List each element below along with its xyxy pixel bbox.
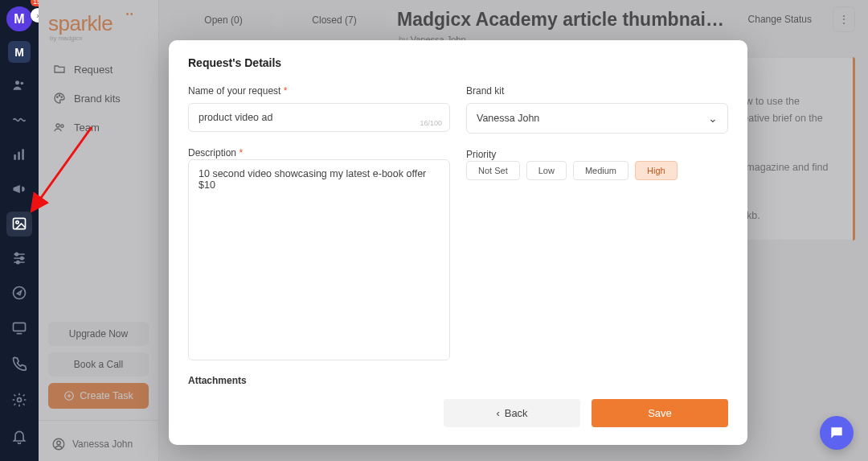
rail-compass-icon[interactable] [6,281,32,306]
image-icon [11,216,27,232]
megaphone-icon [11,181,27,197]
brandkit-select[interactable]: Vanessa John ⌄ [466,103,728,134]
chat-icon [829,425,845,441]
rail-settings-icon[interactable] [6,387,32,413]
bar-chart-icon [11,146,27,163]
bell-icon [11,429,27,445]
request-name-input[interactable] [188,103,450,132]
svg-rect-2 [14,154,16,160]
rail-chart-icon[interactable] [6,142,32,167]
rail-phone-icon[interactable] [6,350,32,376]
priority-label: Priority [466,149,496,160]
rail-wave-icon[interactable] [6,107,32,132]
svg-point-6 [16,221,18,224]
gear-icon [11,392,27,408]
people-icon [11,77,27,93]
svg-rect-11 [14,323,26,331]
chevron-left-icon: ‹ [496,407,499,419]
brandkit-label: Brand kit [466,85,728,97]
priority-medium[interactable]: Medium [573,161,628,180]
rail-lower [6,350,32,461]
rail-bell-icon[interactable] [6,424,32,450]
chevron-down-icon: ⌄ [708,112,718,125]
brandkit-value: Vanessa John [477,113,539,124]
priority-group: Not Set Low Medium High [466,161,728,180]
svg-point-1 [21,82,24,85]
name-char-counter: 16/100 [420,119,442,127]
description-input[interactable] [188,159,450,360]
back-button[interactable]: ‹ Back [444,399,580,427]
svg-rect-4 [22,149,24,159]
svg-rect-5 [14,219,26,229]
save-button[interactable]: Save [592,399,728,427]
svg-point-7 [15,253,18,256]
svg-rect-3 [18,152,20,160]
request-details-modal: Request's Details Name of your request *… [169,40,747,445]
attachments-heading: Attachments [188,375,728,386]
sliders-icon [11,250,27,266]
left-rail: M M › 15 [0,0,39,461]
svg-point-12 [18,398,22,402]
svg-point-9 [17,261,19,264]
phone-icon [11,355,27,371]
svg-point-0 [15,80,19,84]
chat-launcher[interactable] [820,416,854,450]
rail-image-icon[interactable] [6,212,32,237]
rail-screen-icon[interactable] [6,315,32,340]
rail-filters-icon[interactable] [6,246,32,271]
workspace-switcher[interactable]: M [8,41,31,63]
rail-megaphone-icon[interactable] [6,177,32,202]
monitor-icon [11,320,27,336]
workspace-logo[interactable]: M [6,6,32,31]
name-label: Name of your request * [188,85,450,97]
priority-notset[interactable]: Not Set [466,161,520,180]
priority-low[interactable]: Low [526,161,567,180]
wave-icon [11,112,27,128]
compass-icon [11,285,27,301]
svg-point-8 [21,257,23,260]
modal-title: Request's Details [188,56,728,69]
priority-high[interactable]: High [635,161,678,180]
description-label: Description * [188,147,243,158]
rail-people-icon[interactable]: 15 [6,72,32,97]
